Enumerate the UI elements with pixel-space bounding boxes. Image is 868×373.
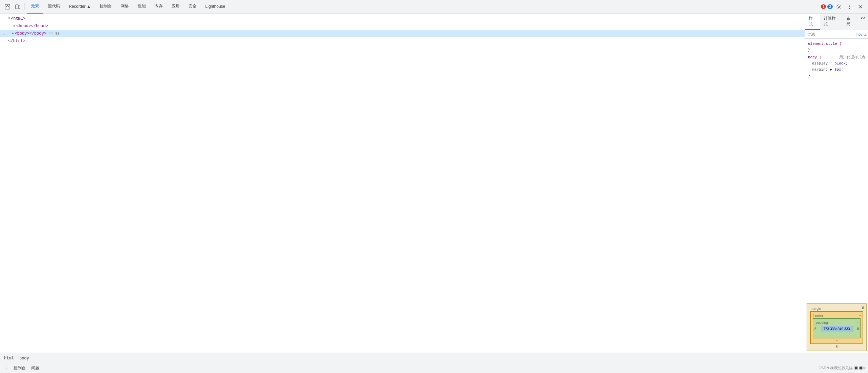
- margin-bottom-val: 8: [836, 345, 838, 349]
- bottom-more-icon: ⋮: [4, 366, 8, 371]
- styles-tab-styles[interactable]: 样式: [805, 14, 820, 30]
- styles-filter-bar: :hov .cls + ⊞: [805, 30, 868, 39]
- box-model-content: 773.333×949.333: [821, 326, 852, 332]
- issues-tab-btn[interactable]: 问题: [30, 365, 41, 372]
- close-devtools-btn[interactable]: [856, 2, 865, 12]
- tab-network[interactable]: 网络: [117, 0, 133, 14]
- style-rule-element: element.style { }: [805, 40, 868, 54]
- settings-btn[interactable]: [834, 2, 844, 12]
- devtools-toolbar: 元素 源代码 Recorder ▲ 控制台 网络 性能 内存 应用 安全 Lig…: [0, 0, 868, 14]
- csdn-watermark: CSDN @我想养只猫 🔳🔳×: [818, 366, 865, 371]
- padding-dash: –: [857, 320, 859, 325]
- border-dash: –: [859, 313, 861, 318]
- tab-sources[interactable]: 源代码: [44, 0, 64, 14]
- padding-top-row: padding –: [814, 320, 859, 325]
- toolbar-separator-1: [24, 3, 25, 10]
- svg-point-6: [849, 8, 850, 8]
- tab-performance[interactable]: 性能: [134, 0, 150, 14]
- box-model-padding: padding – 8 773.333×949.333 8: [813, 318, 861, 338]
- side-left: 8: [814, 327, 816, 331]
- dom-panel[interactable]: ▼ <html> ▶ <head></head> … ▶ <body></bod…: [0, 14, 805, 353]
- body-close-brace: }: [808, 74, 810, 78]
- element-selector-text: element.style {: [808, 42, 842, 46]
- styles-tab-computed[interactable]: 计算样式: [820, 14, 843, 30]
- body-rule-comment: 用户代理样式表: [839, 54, 865, 60]
- dom-line-body[interactable]: … ▶ <body></body> == $0: [0, 30, 805, 37]
- toolbar-right: 1 2: [821, 2, 865, 12]
- svg-rect-1: [16, 5, 18, 9]
- bottom-more-btn[interactable]: ⋮: [3, 365, 9, 371]
- body-margin-name: margin:: [812, 68, 828, 72]
- svg-point-5: [849, 6, 850, 7]
- box-model-border: border – padding – 8: [810, 311, 863, 344]
- issues-label: 问题: [31, 365, 39, 371]
- filter-cls-btn[interactable]: .cls: [864, 32, 868, 36]
- svg-rect-0: [5, 4, 10, 9]
- styles-panel: 样式 计算样式 布局 >> :hov .cls + ⊞ element.styl…: [805, 14, 868, 353]
- dom-line-html-open[interactable]: ▼ <html>: [0, 15, 805, 22]
- dom-line-head[interactable]: ▶ <head></head>: [0, 22, 805, 30]
- console-label: 控制台: [14, 365, 26, 371]
- element-style-close: }: [808, 47, 865, 53]
- tab-lighthouse[interactable]: Lighthouse: [201, 0, 230, 14]
- devtools-main: ▼ <html> ▶ <head></head> … ▶ <body></bod…: [0, 14, 868, 353]
- body-tag: <body></body>: [15, 31, 46, 37]
- padding-bottom-dash: –: [836, 333, 838, 337]
- element-close-brace: }: [808, 48, 810, 52]
- tab-memory[interactable]: 内存: [151, 0, 167, 14]
- more-options-btn[interactable]: [845, 2, 854, 12]
- body-rule-header: body { 用户代理样式表: [808, 54, 865, 60]
- padding-label: padding: [814, 320, 829, 325]
- tab-security[interactable]: 安全: [184, 0, 201, 14]
- console-tab-btn[interactable]: 控制台: [12, 365, 27, 372]
- box-model-section: margin 8 border – padding –: [805, 302, 868, 353]
- body-display-value: block;: [834, 61, 848, 66]
- styles-tabs: 样式 计算样式 布局 >>: [805, 14, 868, 30]
- border-bottom-dash: –: [836, 338, 838, 342]
- styles-tab-more[interactable]: >>: [858, 14, 868, 30]
- tab-recorder[interactable]: Recorder ▲: [65, 0, 95, 14]
- breadcrumb-bar: html body: [0, 353, 868, 363]
- html-open-tag: <html>: [11, 16, 25, 22]
- expand-head[interactable]: ▶: [14, 23, 16, 29]
- tab-elements[interactable]: 元素: [27, 0, 43, 14]
- body-margin-prop[interactable]: margin: ▶ 8px;: [812, 67, 865, 73]
- recorder-label: Recorder ▲: [69, 4, 91, 9]
- error-badge: 1: [821, 4, 826, 9]
- tab-console[interactable]: 控制台: [96, 0, 116, 14]
- border-bottom-row: –: [812, 338, 861, 342]
- styles-filter-input[interactable]: [807, 32, 854, 36]
- dom-line-html-close[interactable]: </html>: [0, 37, 805, 45]
- head-tag: <head></head>: [16, 23, 48, 29]
- colon-1: :: [830, 61, 834, 66]
- element-style-selector[interactable]: element.style {: [808, 41, 865, 47]
- filter-hov-btn[interactable]: :hov: [855, 32, 863, 36]
- body-display-prop[interactable]: display : block;: [812, 60, 865, 67]
- padding-bottom-row: –: [814, 333, 859, 337]
- svg-point-4: [849, 4, 850, 5]
- bottom-toolbar: ⋮ 控制台 问题 CSDN @我想养只猫 🔳🔳×: [0, 363, 868, 373]
- border-top-row: border –: [812, 313, 861, 318]
- device-toggle-btn[interactable]: [13, 2, 22, 12]
- html-close-tag: </html>: [8, 38, 25, 44]
- border-label: border: [812, 313, 825, 318]
- side-right: 8: [857, 327, 859, 331]
- margin-bottom-row: 8: [809, 345, 864, 349]
- body-margin-value: ▶ 8px;: [830, 68, 844, 72]
- svg-point-3: [838, 6, 840, 7]
- selected-marker: == $0: [48, 31, 60, 37]
- body-selector-text[interactable]: body {: [808, 54, 822, 60]
- expand-body[interactable]: ▶: [12, 31, 14, 37]
- body-expand-dots[interactable]: …: [3, 31, 5, 37]
- style-rule-body: body { 用户代理样式表 display : block; margin: …: [805, 54, 868, 79]
- breadcrumb-html[interactable]: html: [3, 355, 15, 361]
- expand-html[interactable]: ▼: [8, 16, 10, 22]
- tab-application[interactable]: 应用: [167, 0, 184, 14]
- box-model-margin: margin 8 border – padding –: [807, 303, 867, 351]
- inspect-element-btn[interactable]: [3, 2, 12, 12]
- body-display-name: display: [812, 61, 828, 66]
- breadcrumb-body[interactable]: body: [18, 355, 31, 361]
- styles-tab-layout[interactable]: 布局: [843, 14, 858, 30]
- styles-content[interactable]: element.style { } body { 用户代理样式表 display…: [805, 39, 868, 302]
- warning-badge: 2: [827, 4, 833, 9]
